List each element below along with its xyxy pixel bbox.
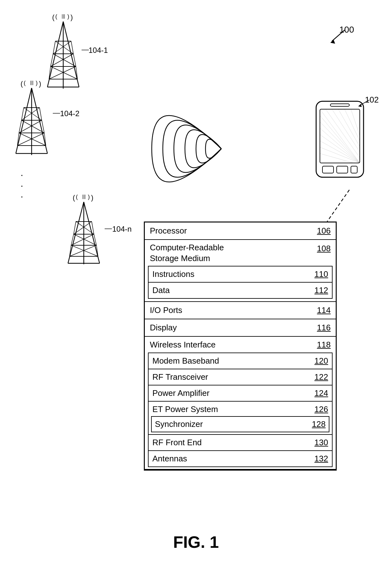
tower-3-arrow bbox=[103, 226, 113, 232]
rf-transceiver-label: RF Transceiver bbox=[152, 372, 315, 382]
svg-line-0 bbox=[332, 30, 345, 41]
svg-text:(: ( bbox=[76, 194, 78, 200]
svg-text:|||: ||| bbox=[30, 80, 34, 85]
modem-label: Modem Baseband bbox=[152, 356, 315, 366]
tower-3: ( ( ||| ) ) bbox=[58, 193, 109, 269]
instructions-ref: 110 bbox=[315, 269, 328, 279]
svg-line-88 bbox=[332, 109, 360, 152]
svg-text:(: ( bbox=[21, 80, 23, 88]
et-power-ref: 126 bbox=[315, 404, 328, 414]
svg-line-72 bbox=[74, 234, 96, 245]
rf-transceiver-ref: 122 bbox=[315, 372, 328, 382]
et-power-label: ET Power System bbox=[152, 404, 315, 414]
phone-device bbox=[307, 95, 373, 193]
svg-line-95 bbox=[320, 134, 360, 163]
storage-ref: 108 bbox=[317, 244, 331, 253]
svg-text:): ) bbox=[91, 194, 93, 202]
wireless-ref: 118 bbox=[317, 340, 331, 350]
dashed-connector bbox=[324, 188, 362, 226]
svg-text:(: ( bbox=[52, 13, 55, 21]
wireless-group: Wireless Interface 118 Modem Baseband 12… bbox=[145, 337, 336, 470]
svg-line-14 bbox=[53, 41, 55, 54]
svg-line-76 bbox=[71, 245, 98, 256]
storage-group: Computer-ReadableStorage Medium 108 Inst… bbox=[145, 240, 336, 302]
dots-between-towers: ··· bbox=[21, 169, 24, 202]
svg-line-8 bbox=[47, 22, 63, 87]
svg-line-69 bbox=[74, 222, 92, 234]
svg-text:(: ( bbox=[73, 194, 75, 202]
svg-line-101 bbox=[327, 190, 349, 222]
display-ref: 116 bbox=[317, 323, 331, 333]
tower-1-label: 104-1 bbox=[89, 46, 108, 55]
svg-line-92 bbox=[320, 116, 360, 163]
svg-text:): ) bbox=[67, 13, 69, 20]
svg-line-15 bbox=[71, 41, 73, 54]
tower-1-arrow bbox=[80, 47, 89, 53]
modem-row: Modem Baseband 120 bbox=[149, 353, 332, 369]
synchronizer-label: Synchronizer bbox=[155, 419, 312, 429]
svg-text:(: ( bbox=[24, 80, 26, 86]
svg-text:): ) bbox=[39, 80, 41, 88]
svg-line-35 bbox=[32, 88, 47, 153]
tower-2-label: 104-2 bbox=[60, 109, 79, 118]
phone-ref-arrow bbox=[357, 97, 370, 107]
svg-line-43 bbox=[21, 108, 40, 120]
processor-row: Processor 106 bbox=[145, 222, 336, 240]
diagram: 100 ( ( ||| ) ) 104 bbox=[0, 0, 392, 569]
wireless-waves bbox=[133, 104, 228, 193]
svg-rect-85 bbox=[351, 166, 357, 173]
storage-label: Computer-ReadableStorage Medium bbox=[150, 242, 317, 264]
svg-line-67 bbox=[92, 222, 94, 234]
svg-line-94 bbox=[320, 128, 360, 163]
svg-text:(: ( bbox=[55, 13, 57, 20]
rf-front-end-row: RF Front End 130 bbox=[149, 435, 332, 451]
data-ref: 112 bbox=[315, 285, 328, 295]
processor-label: Processor bbox=[150, 226, 317, 236]
synchronizer-ref: 128 bbox=[312, 419, 326, 429]
svg-line-40 bbox=[21, 108, 24, 120]
svg-rect-83 bbox=[322, 166, 334, 173]
svg-rect-84 bbox=[337, 166, 348, 173]
display-row: Display 116 bbox=[145, 319, 336, 337]
arrow-100 bbox=[329, 28, 348, 44]
svg-text:|||: ||| bbox=[82, 194, 86, 199]
svg-text:): ) bbox=[36, 80, 38, 86]
tower-2-arrow bbox=[51, 110, 61, 116]
svg-line-41 bbox=[40, 108, 42, 120]
data-label: Data bbox=[152, 285, 315, 295]
io-ports-row: I/O Ports 114 bbox=[145, 302, 336, 319]
rf-transceiver-row: RF Transceiver 122 bbox=[149, 369, 332, 385]
svg-line-87 bbox=[326, 109, 360, 158]
svg-line-99 bbox=[360, 100, 369, 105]
svg-line-77 bbox=[70, 245, 96, 256]
svg-text:): ) bbox=[70, 13, 73, 21]
instructions-row: Instructions 110 bbox=[149, 266, 332, 283]
io-ports-label: I/O Ports bbox=[150, 305, 317, 315]
svg-line-96 bbox=[320, 141, 360, 163]
svg-rect-82 bbox=[330, 104, 349, 106]
antennas-row: Antennas 132 bbox=[149, 451, 332, 466]
svg-line-73 bbox=[71, 234, 94, 245]
svg-line-34 bbox=[16, 88, 32, 153]
svg-text:): ) bbox=[88, 194, 90, 200]
svg-line-25 bbox=[49, 66, 76, 79]
modem-ref: 120 bbox=[315, 356, 328, 366]
svg-line-50 bbox=[19, 133, 46, 146]
figure-label: FIG. 1 bbox=[173, 533, 219, 552]
io-ports-ref: 114 bbox=[317, 305, 331, 315]
svg-line-66 bbox=[74, 222, 76, 234]
svg-line-51 bbox=[17, 133, 44, 146]
antennas-ref: 132 bbox=[315, 454, 328, 464]
synchronizer-row: Synchronizer 128 bbox=[152, 417, 329, 432]
svg-text:|||: ||| bbox=[62, 14, 65, 19]
instructions-label: Instructions bbox=[152, 269, 315, 279]
et-power-group: ET Power System 126 Synchronizer 128 bbox=[149, 402, 332, 435]
power-amplifier-label: Power Amplifier bbox=[152, 388, 315, 398]
component-box: Processor 106 Computer-ReadableStorage M… bbox=[144, 222, 337, 471]
power-amplifier-row: Power Amplifier 124 bbox=[149, 385, 332, 402]
svg-line-24 bbox=[51, 66, 77, 79]
wireless-label: Wireless Interface bbox=[150, 340, 317, 350]
svg-line-89 bbox=[338, 109, 360, 147]
rf-front-end-label: RF Front End bbox=[152, 438, 315, 447]
processor-ref: 106 bbox=[317, 226, 331, 236]
